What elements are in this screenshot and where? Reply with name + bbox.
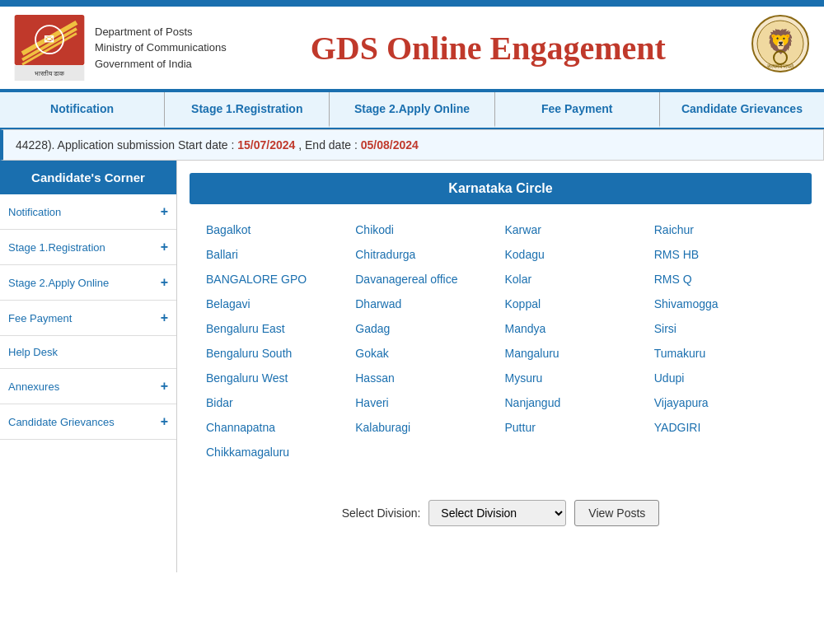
svg-text:सत्यमेव जयते: सत्यमेव जयते — [766, 63, 795, 70]
sidebar-item-grievances[interactable]: Candidate Grievances + — [0, 404, 176, 440]
department-text: Department of Posts Ministry of Communic… — [95, 24, 227, 72]
division-item[interactable]: Mandya — [505, 320, 646, 338]
nav-item-grievances[interactable]: Candidate Grievances — [660, 92, 824, 128]
division-item[interactable]: Tumakuru — [654, 344, 795, 362]
division-item[interactable]: Chikodi — [355, 221, 496, 239]
view-posts-button[interactable]: View Posts — [574, 500, 659, 526]
sidebar-item-helpdesk[interactable]: Help Desk — [0, 336, 176, 369]
plus-icon: + — [161, 204, 168, 219]
division-item[interactable]: Mysuru — [505, 369, 646, 387]
division-item[interactable]: Raichur — [654, 221, 795, 239]
division-item[interactable]: Chikkamagaluru — [206, 443, 347, 463]
nav-item-fee[interactable]: Fee Payment — [495, 92, 660, 128]
sidebar: Candidate's Corner Notification + Stage … — [0, 161, 177, 572]
plus-icon: + — [161, 414, 168, 429]
division-item[interactable]: Mangaluru — [505, 344, 646, 362]
division-item[interactable]: Nanjangud — [505, 394, 646, 412]
content-area: Karnataka Circle BagalkotChikodiKarwarRa… — [177, 161, 824, 572]
svg-text:India Post: India Post — [35, 79, 64, 81]
top-accent-bar — [0, 0, 824, 7]
division-item[interactable]: Karwar — [505, 221, 646, 239]
division-item[interactable]: Bengaluru South — [206, 344, 347, 362]
division-item[interactable]: Koppal — [505, 295, 646, 313]
division-item[interactable]: Davanagereal office — [355, 270, 496, 288]
division-item[interactable]: Gadag — [355, 320, 496, 338]
main-content: Candidate's Corner Notification + Stage … — [0, 161, 824, 572]
svg-text:भारतीय डाक: भारतीय डाक — [35, 69, 65, 77]
sidebar-item-fee[interactable]: Fee Payment + — [0, 301, 176, 336]
division-item[interactable]: Puttur — [505, 418, 646, 436]
division-item[interactable]: Vijayapura — [654, 394, 795, 412]
division-item[interactable]: Ballari — [206, 245, 347, 264]
division-item[interactable]: Bengaluru East — [206, 320, 347, 338]
division-item[interactable]: Gokak — [355, 344, 496, 362]
sidebar-item-stage1[interactable]: Stage 1.Registration + — [0, 230, 176, 265]
nav-item-stage1[interactable]: Stage 1.Registration — [165, 92, 330, 128]
plus-icon: + — [161, 275, 168, 290]
sidebar-item-stage2[interactable]: Stage 2.Apply Online + — [0, 265, 176, 301]
division-item[interactable]: Shivamogga — [654, 295, 795, 313]
sidebar-item-annexures[interactable]: Annexures + — [0, 369, 176, 404]
sidebar-header: Candidate's Corner — [0, 161, 176, 194]
nav-item-stage2[interactable]: Stage 2.Apply Online — [330, 92, 494, 128]
india-emblem: 🦁 सत्यमेव जयते — [750, 15, 812, 81]
select-division-row: Select Division: Select DivisionBagalkot… — [190, 488, 812, 539]
division-item[interactable]: Bidar — [206, 394, 347, 412]
nav-item-notification[interactable]: Notification — [0, 92, 165, 128]
division-item[interactable]: Haveri — [355, 394, 496, 412]
plus-icon: + — [161, 240, 168, 254]
division-item[interactable]: Dharwad — [355, 295, 496, 313]
division-item[interactable]: Udupi — [654, 369, 795, 387]
division-item[interactable]: Hassan — [355, 369, 496, 387]
division-item[interactable]: Belagavi — [206, 295, 347, 313]
page-header: ✉ भारतीय डाक India Post Department of Po… — [0, 7, 824, 92]
division-item[interactable]: Kalaburagi — [355, 418, 496, 436]
select-division-label: Select Division: — [342, 506, 421, 520]
sidebar-item-notification[interactable]: Notification + — [0, 194, 176, 230]
plus-icon: + — [161, 310, 168, 325]
division-item[interactable]: Bengaluru West — [206, 369, 347, 387]
division-item[interactable]: BANGALORE GPO — [206, 270, 347, 288]
logo-area: ✉ भारतीय डाक India Post Department of Po… — [12, 15, 227, 81]
division-select[interactable]: Select DivisionBagalkotBallariBANGALORE … — [428, 500, 566, 526]
division-item[interactable]: Sirsi — [654, 320, 795, 338]
division-item[interactable]: Bagalkot — [206, 221, 347, 239]
announcement-bar: 44228). Application submission Start dat… — [0, 129, 824, 161]
navigation-bar: Notification Stage 1.Registration Stage … — [0, 92, 824, 129]
division-grid: BagalkotChikodiKarwarRaichurBallariChitr… — [190, 217, 812, 479]
division-item[interactable]: Channapatna — [206, 418, 347, 436]
circle-title: Karnataka Circle — [190, 173, 812, 204]
division-item[interactable]: RMS Q — [654, 270, 795, 288]
site-title: GDS Online Engagement — [243, 29, 733, 68]
division-item[interactable]: Kodagu — [505, 245, 646, 264]
division-item[interactable]: RMS HB — [654, 245, 795, 264]
division-item[interactable]: Kolar — [505, 270, 646, 288]
plus-icon: + — [161, 379, 168, 394]
india-post-logo: ✉ भारतीय डाक India Post — [12, 15, 87, 81]
division-item[interactable]: YADGIRI — [654, 418, 795, 436]
division-item[interactable]: Chitradurga — [355, 245, 496, 264]
svg-text:✉: ✉ — [44, 32, 55, 46]
